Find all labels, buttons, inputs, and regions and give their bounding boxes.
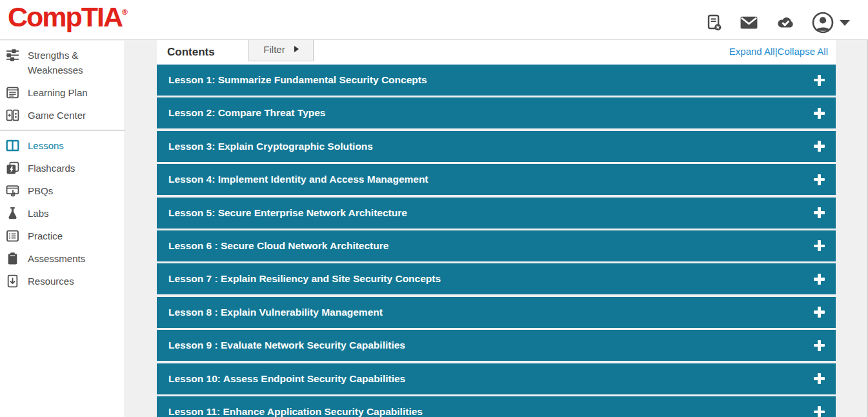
lesson-accordion[interactable]: Lesson 2: Compare Threat Types bbox=[157, 97, 836, 128]
plus-icon[interactable] bbox=[814, 141, 825, 152]
caret-down-icon bbox=[840, 20, 850, 26]
account-menu-button[interactable] bbox=[811, 11, 850, 34]
sidebar-item-label: Labs bbox=[28, 206, 49, 221]
lesson-accordion[interactable]: Lesson 4: Implement Identity and Access … bbox=[157, 164, 836, 195]
sidebar-item-label: Strengths & Weaknesses bbox=[28, 48, 121, 77]
lesson-accordion[interactable]: Lesson 11: Enhance Application Security … bbox=[157, 396, 836, 417]
lesson-title: Lesson 11: Enhance Application Security … bbox=[168, 406, 423, 417]
filter-button[interactable]: Filter bbox=[248, 37, 314, 61]
cloud-sync-icon[interactable] bbox=[774, 12, 796, 34]
assessments-icon bbox=[6, 252, 19, 265]
sidebar-item-label: Game Center bbox=[28, 108, 86, 123]
sidebar-item-label: PBQs bbox=[28, 183, 53, 198]
lesson-title: Lesson 1: Summarize Fundamental Security… bbox=[168, 74, 427, 86]
lesson-accordion[interactable]: Lesson 9 : Evaluate Network Security Cap… bbox=[157, 330, 836, 361]
sidebar-item-label: Lessons bbox=[28, 138, 64, 153]
header-icon-bar bbox=[705, 11, 850, 34]
plus-icon[interactable] bbox=[814, 340, 825, 351]
lessons-icon bbox=[6, 139, 19, 152]
plus-icon[interactable] bbox=[814, 75, 825, 86]
sidebar-item-assessments[interactable]: Assessments bbox=[0, 247, 125, 270]
plus-icon[interactable] bbox=[814, 406, 825, 417]
lesson-title: Lesson 10: Assess Endpoint Security Capa… bbox=[168, 373, 405, 385]
sidebar-item-label: Assessments bbox=[28, 251, 85, 266]
lesson-title: Lesson 7 : Explain Resiliency and Site S… bbox=[168, 273, 441, 285]
sidebar-item-flashcards[interactable]: Flashcards bbox=[0, 157, 125, 179]
lesson-title: Lesson 4: Implement Identity and Access … bbox=[168, 174, 429, 185]
registered-mark: ® bbox=[122, 8, 128, 17]
collapse-all-link[interactable]: Collapse All bbox=[778, 46, 828, 57]
plus-icon[interactable] bbox=[814, 274, 825, 285]
lesson-accordion[interactable]: Lesson 6 : Secure Cloud Network Architec… bbox=[157, 230, 836, 261]
sidebar-item-label: Flashcards bbox=[28, 161, 75, 176]
app-header: CompTIA® bbox=[0, 0, 868, 40]
lesson-accordion[interactable]: Lesson 7 : Explain Resiliency and Site S… bbox=[157, 263, 836, 294]
plus-icon[interactable] bbox=[814, 207, 825, 218]
lesson-accordion[interactable]: Lesson 10: Assess Endpoint Security Capa… bbox=[157, 363, 836, 394]
mail-icon[interactable] bbox=[739, 13, 759, 33]
lesson-title: Lesson 9 : Evaluate Network Security Cap… bbox=[168, 340, 405, 351]
pbqs-icon bbox=[6, 184, 19, 198]
contents-header: Contents Filter Expand All | Collapse Al… bbox=[157, 40, 836, 65]
plus-icon[interactable] bbox=[814, 108, 825, 119]
expand-all-link[interactable]: Expand All bbox=[729, 46, 775, 57]
plus-icon[interactable] bbox=[814, 373, 825, 384]
comptia-logo: CompTIA® bbox=[8, 1, 128, 33]
lesson-accordion[interactable]: Lesson 8 : Explain Vulnerability Managem… bbox=[157, 297, 836, 328]
resources-icon bbox=[6, 274, 19, 288]
plus-icon[interactable] bbox=[814, 174, 825, 185]
sidebar-item-resources[interactable]: Resources bbox=[0, 270, 125, 292]
sidebar-nav: Strengths & Weaknesses Learning Plan Gam… bbox=[0, 41, 125, 417]
learning-plan-icon bbox=[6, 86, 19, 99]
sidebar-item-game-center[interactable]: Game Center bbox=[0, 104, 125, 127]
lesson-accordion-list: Lesson 1: Summarize Fundamental Security… bbox=[157, 65, 836, 417]
sidebar-item-lessons[interactable]: Lessons bbox=[0, 134, 125, 157]
sidebar-item-label: Learning Plan bbox=[28, 85, 88, 100]
expand-collapse-links: Expand All | Collapse All bbox=[729, 46, 828, 57]
strengths-weaknesses-icon bbox=[6, 48, 19, 62]
filter-button-label: Filter bbox=[263, 44, 285, 55]
sidebar-item-practice[interactable]: Practice bbox=[0, 225, 125, 247]
lesson-accordion[interactable]: Lesson 1: Summarize Fundamental Security… bbox=[157, 65, 836, 96]
flashcards-icon bbox=[6, 161, 19, 175]
sidebar-item-labs[interactable]: Labs bbox=[0, 202, 125, 225]
sidebar-item-learning-plan[interactable]: Learning Plan bbox=[0, 81, 125, 104]
lesson-title: Lesson 2: Compare Threat Types bbox=[168, 107, 325, 119]
sidebar-item-label: Resources bbox=[28, 274, 74, 289]
lesson-accordion[interactable]: Lesson 5: Secure Enterprise Network Arch… bbox=[157, 198, 836, 229]
lesson-title: Lesson 5: Secure Enterprise Network Arch… bbox=[168, 207, 407, 219]
practice-icon bbox=[6, 229, 19, 243]
account-icon bbox=[811, 11, 834, 34]
lesson-title: Lesson 6 : Secure Cloud Network Architec… bbox=[168, 240, 389, 252]
game-center-icon bbox=[6, 108, 19, 122]
sidebar-item-pbqs[interactable]: PBQs bbox=[0, 179, 125, 202]
lesson-accordion[interactable]: Lesson 3: Explain Cryptographic Solution… bbox=[157, 131, 836, 162]
labs-icon bbox=[6, 207, 19, 220]
sidebar-item-strengths-weaknesses[interactable]: Strengths & Weaknesses bbox=[0, 44, 125, 81]
lesson-title: Lesson 8 : Explain Vulnerability Managem… bbox=[168, 307, 383, 318]
caret-right-icon bbox=[294, 46, 299, 52]
page-title: Contents bbox=[167, 46, 215, 59]
lesson-title: Lesson 3: Explain Cryptographic Solution… bbox=[168, 141, 373, 152]
report-icon[interactable] bbox=[705, 14, 723, 32]
plus-icon[interactable] bbox=[814, 240, 825, 251]
plus-icon[interactable] bbox=[814, 307, 825, 318]
sidebar-divider bbox=[0, 130, 125, 131]
contents-panel: Contents Filter Expand All | Collapse Al… bbox=[157, 40, 836, 417]
sidebar-item-label: Practice bbox=[28, 229, 63, 243]
